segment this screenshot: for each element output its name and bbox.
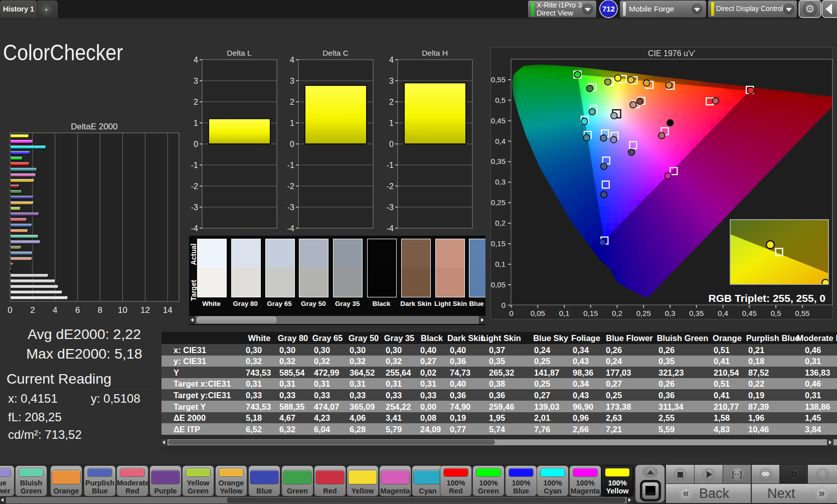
svg-text:0,1: 0,1 — [495, 260, 506, 268]
svg-text:0,55: 0,55 — [795, 309, 809, 317]
svg-text:0,25: 0,25 — [636, 309, 651, 317]
svg-text:0,2: 0,2 — [495, 219, 506, 227]
svg-text:0,05: 0,05 — [491, 280, 506, 289]
svg-text:0,55: 0,55 — [491, 75, 506, 84]
svg-text:0: 0 — [509, 309, 513, 317]
svg-text:0,4: 0,4 — [495, 137, 506, 145]
svg-text:CIE 1976 u'v': CIE 1976 u'v' — [648, 49, 695, 58]
svg-text:0,35: 0,35 — [689, 309, 704, 317]
svg-text:0,2: 0,2 — [612, 309, 622, 317]
svg-text:0,3: 0,3 — [665, 309, 676, 317]
svg-text:0,35: 0,35 — [491, 157, 506, 165]
svg-text:0,45: 0,45 — [742, 309, 757, 317]
svg-text:0,25: 0,25 — [491, 198, 506, 207]
svg-text:0,4: 0,4 — [718, 309, 728, 317]
svg-text:0,15: 0,15 — [491, 239, 506, 248]
svg-text:0,3: 0,3 — [495, 178, 506, 186]
svg-text:0,5: 0,5 — [771, 309, 781, 317]
svg-text:0,5: 0,5 — [495, 96, 506, 104]
svg-text:0,05: 0,05 — [531, 309, 545, 317]
svg-text:0,1: 0,1 — [559, 309, 570, 317]
svg-text:0: 0 — [501, 301, 506, 309]
svg-text:0,45: 0,45 — [491, 116, 506, 125]
svg-text:0,15: 0,15 — [583, 309, 598, 317]
